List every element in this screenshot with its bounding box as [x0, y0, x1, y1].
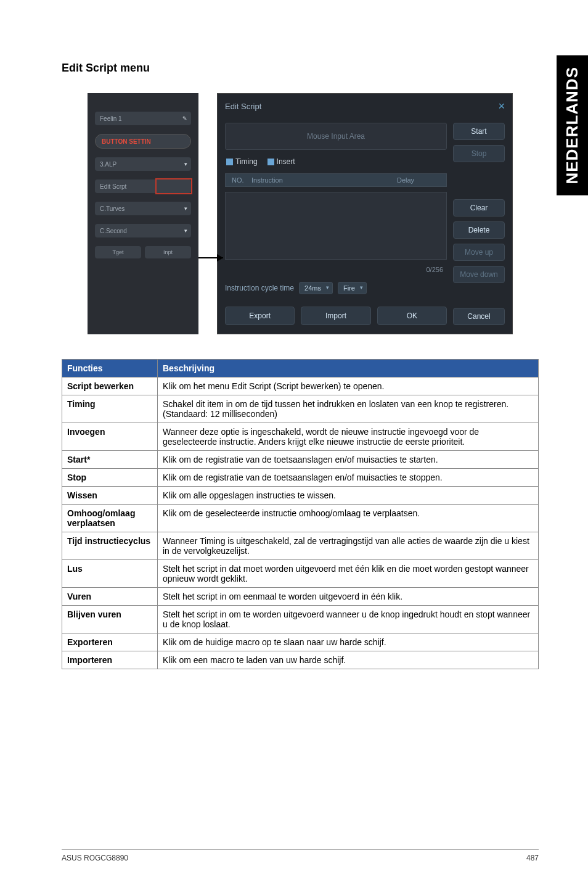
table-cell-function: Invoegen [62, 423, 158, 451]
table-cell-function: Wissen [62, 487, 158, 505]
checkbox-icon [226, 159, 233, 165]
page-footer: ASUS ROGCG8890 487 [62, 849, 539, 862]
instruction-list-header: NO. Instruction Delay [225, 173, 447, 187]
dialog-title: Edit Script [225, 102, 261, 111]
edit-script-pill-label: Edit Scrpt [100, 183, 126, 190]
chevron-down-icon: ▾ [184, 205, 187, 212]
move-down-button[interactable]: Move down [453, 266, 505, 283]
table-cell-description: Schakel dit item in om de tijd tussen he… [158, 395, 539, 423]
edit-script-pill[interactable]: Edit Scrpt [95, 179, 191, 193]
table-cell-description: Klik om de registratie van de toetsaansl… [158, 451, 539, 469]
settings-pill-3[interactable]: 3.ALP ▾ [95, 157, 191, 171]
tab-row: Timing Insert [225, 155, 447, 168]
spacer [453, 167, 505, 194]
section-heading: Edit Script menu [62, 62, 539, 75]
fire-mode-select[interactable]: Fire [338, 282, 367, 294]
screenshot-figure: Feelin 1 ✎ BUTTON SETTIN 3.ALP ▾ Edit Sc… [62, 93, 539, 334]
table-cell-function: Tijd instructiecyclus [62, 532, 158, 560]
instruction-list[interactable] [225, 192, 447, 260]
table-cell-description: Klik om de huidige macro op te slaan naa… [158, 633, 539, 651]
import-button[interactable]: Import [301, 307, 370, 325]
footer-product: ASUS ROGCG8890 [62, 854, 128, 862]
table-cell-description: Wanneer Timing is uitgeschakeld, zal de … [158, 532, 539, 560]
dialog-side-buttons: Start Stop Clear Delete Move up Move dow… [453, 123, 505, 325]
profile-pill-label: Feelin 1 [100, 115, 122, 122]
ok-button[interactable]: OK [377, 307, 447, 325]
edit-script-dialog: Edit Script × Mouse Input Area Timing In… [217, 93, 513, 334]
tab-timing-label: Timing [235, 157, 258, 166]
chevron-down-icon: ▾ [184, 228, 187, 234]
footer-page-number: 487 [526, 854, 539, 862]
clear-button[interactable]: Clear [453, 199, 505, 217]
checkbox-icon [267, 159, 274, 165]
table-cell-description: Stelt het script in dat moet worden uitg… [158, 560, 539, 588]
table-row: WissenKlik om alle opgeslagen instructie… [62, 487, 539, 505]
settings-pill-5[interactable]: C.Turves ▾ [95, 202, 191, 215]
mouse-input-area[interactable]: Mouse Input Area [225, 123, 447, 150]
settings-pill-6-label: C.Second [100, 228, 127, 234]
cycle-time-label: Instruction cycle time [225, 284, 294, 292]
settings-pill-5-label: C.Turves [100, 205, 125, 212]
table-cell-description: Klik om een macro te laden van uw harde … [158, 651, 539, 669]
cancel-button[interactable]: Cancel [453, 308, 505, 325]
move-up-button[interactable]: Move up [453, 244, 505, 261]
table-cell-function: Omhoog/omlaag verplaatsen [62, 505, 158, 532]
table-row: Omhoog/omlaag verplaatsenKlik om de gese… [62, 505, 539, 532]
input-button[interactable]: Inpt [145, 246, 191, 258]
close-icon[interactable]: × [498, 100, 505, 113]
functions-table: Functies Beschrijving Script bewerkenKli… [62, 359, 539, 669]
table-cell-description: Klik om alle opgeslagen instructies te w… [158, 487, 539, 505]
tab-insert-label: Insert [277, 157, 295, 166]
table-cell-description: Wanneer deze optie is ingeschakeld, word… [158, 423, 539, 451]
table-cell-function: Vuren [62, 588, 158, 606]
stop-button[interactable]: Stop [453, 145, 505, 162]
settings-left-panel: Feelin 1 ✎ BUTTON SETTIN 3.ALP ▾ Edit Sc… [88, 93, 198, 334]
table-cell-function: Lus [62, 560, 158, 588]
table-cell-function: Blijven vuren [62, 606, 158, 633]
table-cell-function: Script bewerken [62, 377, 158, 395]
table-cell-description: Klik om de geselecteerde instructie omho… [158, 505, 539, 532]
tab-timing[interactable]: Timing [226, 157, 258, 166]
export-button[interactable]: Export [225, 307, 295, 325]
table-row: ImporterenKlik om een macro te laden van… [62, 651, 539, 669]
chevron-down-icon: ▾ [184, 161, 187, 167]
table-cell-description: Stelt het script in om eenmaal te worden… [158, 588, 539, 606]
caret-icon: ✎ [182, 115, 187, 122]
cycle-time-select[interactable]: 24ms [299, 282, 333, 294]
table-header-functies: Functies [62, 360, 158, 377]
button-settings-brand[interactable]: BUTTON SETTIN [95, 134, 191, 149]
table-row: VurenStelt het script in om eenmaal te w… [62, 588, 539, 606]
start-button[interactable]: Start [453, 123, 505, 140]
table-cell-description: Klik om de registratie van de toetsaansl… [158, 469, 539, 487]
table-cell-description: Klik om het menu Edit Script (Script bew… [158, 377, 539, 395]
target-button[interactable]: Tget [95, 246, 141, 258]
spacer [453, 288, 505, 303]
delete-button[interactable]: Delete [453, 221, 505, 239]
table-cell-description: Stelt het script in om te worden uitgevo… [158, 606, 539, 633]
table-row: InvoegenWanneer deze optie is ingeschake… [62, 423, 539, 451]
instruction-counter: 0/256 [426, 266, 443, 273]
table-cell-function: Exporteren [62, 633, 158, 651]
page: Edit Script menu Feelin 1 ✎ BUTTON SETTI… [0, 0, 588, 887]
col-no: NO. [226, 176, 251, 184]
table-row: StopKlik om de registratie van de toetsa… [62, 469, 539, 487]
table-row: Start*Klik om de registratie van de toet… [62, 451, 539, 469]
table-row: LusStelt het script in dat moet worden u… [62, 560, 539, 588]
settings-pill-3-label: 3.ALP [100, 161, 116, 168]
table-header-beschrijving: Beschrijving [158, 360, 539, 377]
table-row: Script bewerkenKlik om het menu Edit Scr… [62, 377, 539, 395]
table-cell-function: Importeren [62, 651, 158, 669]
table-row: Blijven vurenStelt het script in om te w… [62, 606, 539, 633]
col-instruction: Instruction [251, 176, 397, 184]
settings-pill-6[interactable]: C.Second ▾ [95, 224, 191, 237]
table-cell-function: Timing [62, 395, 158, 423]
table-row: Tijd instructiecyclusWanneer Timing is u… [62, 532, 539, 560]
table-cell-function: Stop [62, 469, 158, 487]
table-row: TimingSchakel dit item in om de tijd tus… [62, 395, 539, 423]
profile-pill[interactable]: Feelin 1 ✎ [95, 112, 191, 125]
table-row: ExporterenKlik om de huidige macro op te… [62, 633, 539, 651]
table-cell-function: Start* [62, 451, 158, 469]
tab-insert[interactable]: Insert [267, 157, 295, 166]
brand-label: BUTTON SETTIN [102, 138, 151, 145]
col-delay: Delay [397, 176, 446, 184]
